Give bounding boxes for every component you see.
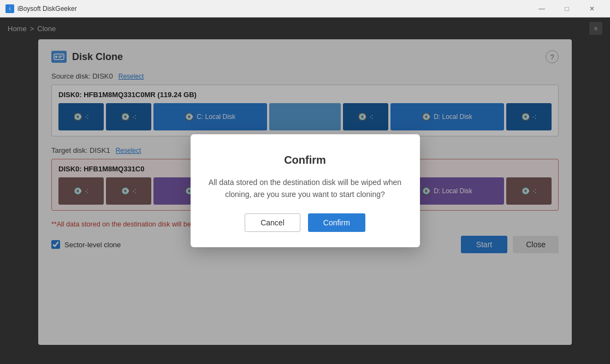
app-icon: i bbox=[5, 4, 14, 13]
confirm-modal: Confirm All data stored on the destinati… bbox=[191, 134, 420, 248]
modal-buttons: Cancel Confirm bbox=[208, 213, 402, 232]
modal-overlay: Confirm All data stored on the destinati… bbox=[0, 17, 610, 364]
app-title: iBoysoft DiskGeeker bbox=[17, 5, 77, 13]
title-bar: i iBoysoft DiskGeeker — □ ✕ bbox=[0, 0, 610, 17]
app-background: Home > Clone ≡ Disk Clone ? bbox=[0, 17, 610, 364]
modal-body: All data stored on the destination disk … bbox=[208, 176, 402, 201]
modal-cancel-button[interactable]: Cancel bbox=[245, 213, 300, 232]
maximize-button[interactable]: □ bbox=[554, 0, 579, 17]
title-bar-controls: — □ ✕ bbox=[529, 0, 605, 17]
close-window-button[interactable]: ✕ bbox=[579, 0, 605, 17]
modal-title: Confirm bbox=[208, 154, 402, 166]
minimize-button[interactable]: — bbox=[529, 0, 554, 17]
title-bar-left: i iBoysoft DiskGeeker bbox=[5, 4, 77, 13]
modal-confirm-button[interactable]: Confirm bbox=[308, 213, 365, 232]
